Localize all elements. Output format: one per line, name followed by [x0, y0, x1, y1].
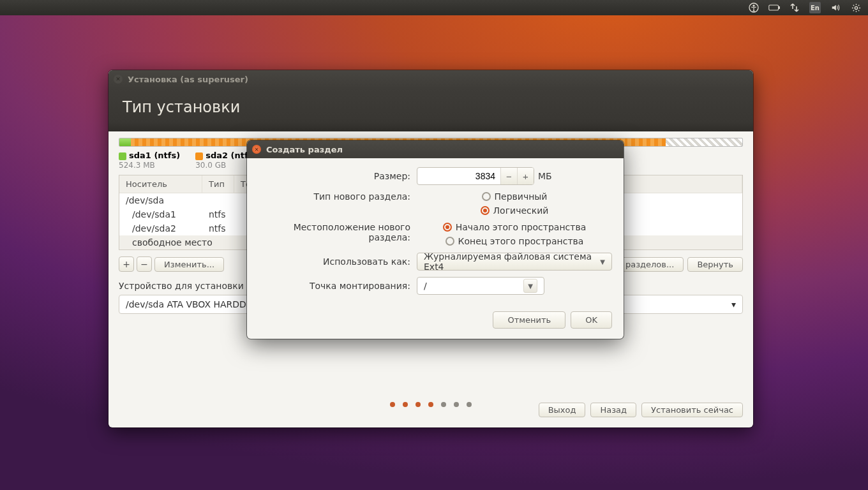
- size-increase-button[interactable]: +: [517, 168, 534, 184]
- size-unit: МБ: [538, 171, 552, 181]
- legend-item: sda1 (ntfs)524.3 MB: [119, 151, 180, 170]
- close-icon[interactable]: ✕: [252, 145, 261, 154]
- chevron-down-icon: ▾: [731, 299, 736, 309]
- mount-point-value: /: [424, 281, 427, 291]
- network-icon[interactable]: [789, 2, 800, 13]
- size-input[interactable]: [417, 171, 500, 181]
- sound-icon[interactable]: [830, 2, 841, 13]
- chevron-down-icon: ▼: [600, 258, 605, 265]
- create-partition-dialog: ✕ Создать раздел Размер: − + МБ Тип ново…: [247, 140, 624, 339]
- remove-partition-button[interactable]: −: [137, 256, 152, 272]
- page-title: Тип установки: [108, 88, 753, 131]
- type-primary-radio[interactable]: Первичный: [482, 191, 548, 202]
- gear-icon[interactable]: [850, 2, 862, 13]
- dialog-titlebar: ✕ Создать раздел: [247, 140, 624, 158]
- col-type[interactable]: Тип: [202, 175, 234, 193]
- mount-point-select[interactable]: / ▼: [417, 277, 544, 295]
- svg-rect-2: [769, 5, 779, 10]
- use-as-select[interactable]: Журналируемая файловая система Ext4 ▼: [417, 253, 612, 271]
- svg-rect-3: [779, 6, 780, 8]
- revert-button[interactable]: Вернуть: [687, 257, 743, 272]
- location-label: Местоположение нового раздела:: [258, 222, 417, 242]
- size-decrease-button[interactable]: −: [500, 168, 517, 184]
- battery-icon[interactable]: [768, 2, 780, 13]
- ok-button[interactable]: OK: [571, 311, 612, 329]
- mount-point-label: Точка монтирования:: [258, 281, 417, 291]
- close-icon[interactable]: ✕: [114, 75, 123, 84]
- location-begin-radio[interactable]: Начало этого пространства: [443, 222, 586, 232]
- col-device[interactable]: Носитель: [119, 175, 202, 193]
- bootloader-value: /dev/sda ATA VBOX HARDDISK: [126, 299, 260, 309]
- size-label: Размер:: [258, 171, 417, 181]
- top-panel: En: [0, 0, 868, 15]
- partition-type-label: Тип нового раздела:: [258, 191, 417, 202]
- window-titlebar: ✕ Установка (as superuser): [108, 70, 753, 88]
- accessibility-icon[interactable]: [748, 2, 760, 13]
- chevron-down-icon: ▼: [523, 279, 537, 293]
- add-partition-button[interactable]: +: [119, 256, 134, 272]
- use-as-value: Журналируемая файловая система Ext4: [424, 251, 595, 272]
- progress-dots: [108, 402, 753, 407]
- change-partition-button[interactable]: Изменить...: [154, 257, 224, 272]
- svg-point-1: [753, 5, 754, 6]
- dialog-footer: Отменить OK: [247, 311, 624, 339]
- dialog-title: Создать раздел: [266, 145, 343, 154]
- type-logical-radio[interactable]: Логический: [481, 205, 549, 216]
- window-title: Установка (as superuser): [128, 75, 248, 84]
- use-as-label: Использовать как:: [258, 256, 417, 267]
- svg-point-4: [855, 6, 857, 9]
- language-indicator[interactable]: En: [809, 2, 821, 13]
- size-spinner: − +: [417, 167, 534, 185]
- location-end-radio[interactable]: Конец этого пространства: [445, 236, 584, 246]
- cancel-button[interactable]: Отменить: [493, 311, 565, 329]
